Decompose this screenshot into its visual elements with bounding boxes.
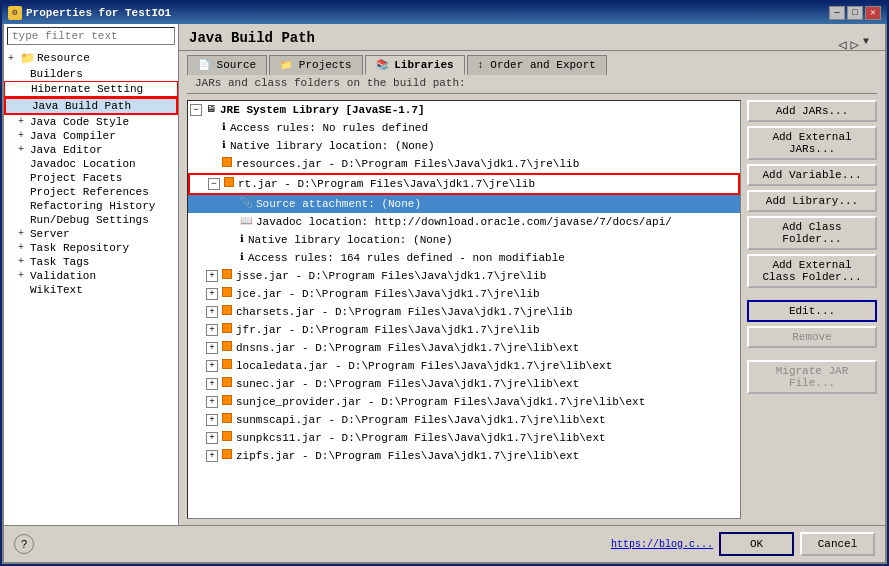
- jar-icon: [222, 376, 232, 392]
- sidebar-item-java-code-style[interactable]: + Java Code Style: [4, 115, 178, 129]
- tree-item-label: charsets.jar - D:\Program Files\Java\jdk…: [236, 304, 573, 320]
- main-tree[interactable]: − 🖥 JRE System Library [JavaSE-1.7] ℹ Ac…: [187, 100, 741, 519]
- tree-item-sunmscapi[interactable]: + sunmscapi.jar - D:\Program Files\Java\…: [188, 411, 740, 429]
- tree-item-zipfs[interactable]: + zipfs.jar - D:\Program Files\Java\jdk1…: [188, 447, 740, 465]
- add-external-jars-button[interactable]: Add External JARs...: [747, 126, 877, 160]
- tree-item-jce[interactable]: + jce.jar - D:\Program Files\Java\jdk1.7…: [188, 285, 740, 303]
- tree-item-rt-jar[interactable]: − rt.jar - D:\Program Files\Java\jdk1.7\…: [188, 173, 740, 195]
- tree-item-jsse[interactable]: + jsse.jar - D:\Program Files\Java\jdk1.…: [188, 267, 740, 285]
- maximize-button[interactable]: □: [847, 6, 863, 20]
- expand-jre[interactable]: −: [190, 104, 202, 116]
- minimize-button[interactable]: —: [829, 6, 845, 20]
- sidebar-item-label: Builders: [30, 68, 83, 80]
- add-variable-button[interactable]: Add Variable...: [747, 164, 877, 186]
- tree-item-jfr[interactable]: + jfr.jar - D:\Program Files\Java\jdk1.7…: [188, 321, 740, 339]
- sidebar-item-validation[interactable]: + Validation: [4, 269, 178, 283]
- sidebar-item-server[interactable]: + Server: [4, 227, 178, 241]
- filter-input[interactable]: [7, 27, 175, 45]
- help-button[interactable]: ?: [14, 534, 34, 554]
- tree-item-label: jfr.jar - D:\Program Files\Java\jdk1.7\j…: [236, 322, 540, 338]
- sidebar-item-builders[interactable]: Builders: [4, 67, 178, 81]
- tree-item-access164[interactable]: ℹ Access rules: 164 rules defined - non …: [188, 249, 740, 267]
- migrate-jar-button[interactable]: Migrate JAR File...: [747, 360, 877, 394]
- info-icon3: ℹ: [240, 250, 244, 266]
- link-text[interactable]: https://blog.c...: [611, 539, 713, 550]
- tree-item-native2[interactable]: ℹ Native library location: (None): [188, 231, 740, 249]
- sidebar-item-run-debug[interactable]: Run/Debug Settings: [4, 213, 178, 227]
- expand-sunpkcs11[interactable]: +: [206, 432, 218, 444]
- remove-button[interactable]: Remove: [747, 326, 877, 348]
- expand-icon: [18, 284, 28, 295]
- tree-item-resources-jar[interactable]: resources.jar - D:\Program Files\Java\jd…: [188, 155, 740, 173]
- tree-item-charsets[interactable]: + charsets.jar - D:\Program Files\Java\j…: [188, 303, 740, 321]
- tab-order-export[interactable]: ↕ Order and Export: [467, 55, 607, 75]
- tree-item-dnsns[interactable]: + dnsns.jar - D:\Program Files\Java\jdk1…: [188, 339, 740, 357]
- tab-projects-label: Projects: [299, 59, 352, 71]
- tab-source-icon: 📄: [198, 60, 210, 71]
- sidebar-item-label: Resource: [37, 52, 90, 64]
- expand-localedata[interactable]: +: [206, 360, 218, 372]
- expand-icon: +: [18, 228, 28, 239]
- edit-button[interactable]: Edit...: [747, 300, 877, 322]
- sidebar-item-label: Project Facets: [30, 172, 122, 184]
- expand-zipfs[interactable]: +: [206, 450, 218, 462]
- expand-sunec[interactable]: +: [206, 378, 218, 390]
- sidebar-item-task-tags[interactable]: + Task Tags: [4, 255, 178, 269]
- add-jars-button[interactable]: Add JARs...: [747, 100, 877, 122]
- tab-libraries[interactable]: 📚 Libraries: [365, 55, 465, 75]
- tree-item-sunec[interactable]: + sunec.jar - D:\Program Files\Java\jdk1…: [188, 375, 740, 393]
- sidebar-item-java-compiler[interactable]: + Java Compiler: [4, 129, 178, 143]
- tree-item-jre[interactable]: − 🖥 JRE System Library [JavaSE-1.7]: [188, 101, 740, 119]
- expand-jce[interactable]: +: [206, 288, 218, 300]
- tab-libraries-icon: 📚: [376, 60, 388, 71]
- jre-icon: 🖥: [206, 102, 216, 118]
- cancel-button[interactable]: Cancel: [800, 532, 875, 556]
- tree-item-access[interactable]: ℹ Access rules: No rules defined: [188, 119, 740, 137]
- tree-item-label: Access rules: 164 rules defined - non mo…: [248, 250, 565, 266]
- tree-item-sunpkcs11[interactable]: + sunpkcs11.jar - D:\Program Files\Java\…: [188, 429, 740, 447]
- sidebar-item-refactoring[interactable]: Refactoring History: [4, 199, 178, 213]
- expand-sunmscapi[interactable]: +: [206, 414, 218, 426]
- tab-source[interactable]: 📄 Source: [187, 55, 267, 75]
- sidebar-item-javadoc[interactable]: Javadoc Location: [4, 157, 178, 171]
- sidebar-item-java-build-path[interactable]: Java Build Path: [4, 97, 178, 115]
- tree-item-localedata[interactable]: + localedata.jar - D:\Program Files\Java…: [188, 357, 740, 375]
- sidebar-item-hibernate[interactable]: Hibernate Setting: [4, 81, 178, 97]
- add-external-class-folder-button[interactable]: Add External Class Folder...: [747, 254, 877, 288]
- add-library-button[interactable]: Add Library...: [747, 190, 877, 212]
- tree-item-source-attach[interactable]: 📎 Source attachment: (None): [188, 195, 740, 213]
- tree-item-label: jsse.jar - D:\Program Files\Java\jdk1.7\…: [236, 268, 546, 284]
- sidebar-item-task-repo[interactable]: + Task Repository: [4, 241, 178, 255]
- tree-item-sunjce[interactable]: + sunjce_provider.jar - D:\Program Files…: [188, 393, 740, 411]
- tab-content: − 🖥 JRE System Library [JavaSE-1.7] ℹ Ac…: [187, 93, 877, 525]
- tree-item-label: localedata.jar - D:\Program Files\Java\j…: [236, 358, 612, 374]
- sidebar-item-project-refs[interactable]: Project References: [4, 185, 178, 199]
- expand-dnsns[interactable]: +: [206, 342, 218, 354]
- close-button[interactable]: ✕: [865, 6, 881, 20]
- expand-charsets[interactable]: +: [206, 306, 218, 318]
- buttons-panel: Add JARs... Add External JARs... Add Var…: [747, 100, 877, 519]
- sidebar-tree: + 📁 Resource Builders Hibernate Setting: [4, 48, 178, 525]
- nav-forward-icon[interactable]: ▷: [851, 36, 859, 53]
- sidebar-item-label: Refactoring History: [30, 200, 155, 212]
- tree-item-label: JRE System Library [JavaSE-1.7]: [220, 102, 425, 118]
- tree-item-label: Javadoc location: http://download.oracle…: [256, 214, 672, 230]
- sidebar-item-project-facets[interactable]: Project Facets: [4, 171, 178, 185]
- expand-sunjce[interactable]: +: [206, 396, 218, 408]
- add-class-folder-button[interactable]: Add Class Folder...: [747, 216, 877, 250]
- expand-rt[interactable]: −: [208, 178, 220, 190]
- expand-icon: +: [18, 116, 28, 127]
- sidebar-item-wikitext[interactable]: WikiText: [4, 283, 178, 297]
- tree-item-native[interactable]: ℹ Native library location: (None): [188, 137, 740, 155]
- expand-jsse[interactable]: +: [206, 270, 218, 282]
- ok-button[interactable]: OK: [719, 532, 794, 556]
- jar-icon: [222, 430, 232, 446]
- expand-jfr[interactable]: +: [206, 324, 218, 336]
- tab-projects[interactable]: 📁 Projects: [269, 55, 362, 75]
- sidebar-item-resource[interactable]: + 📁 Resource: [4, 50, 178, 67]
- nav-menu-icon[interactable]: ▼: [863, 36, 869, 53]
- nav-back-icon[interactable]: ◁: [838, 36, 846, 53]
- tree-item-javadoc[interactable]: 📖 Javadoc location: http://download.orac…: [188, 213, 740, 231]
- sidebar-item-java-editor[interactable]: + Java Editor: [4, 143, 178, 157]
- tab-libraries-label: Libraries: [394, 59, 453, 71]
